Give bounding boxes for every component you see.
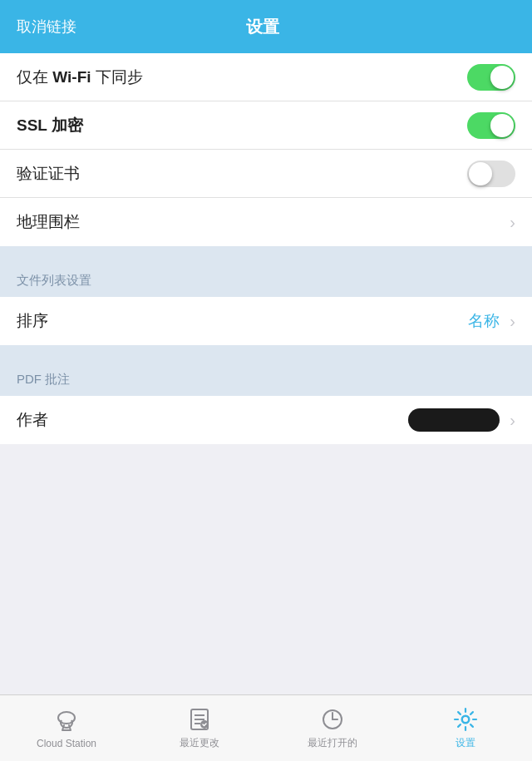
ssl-label: SSL 加密 [17,115,467,136]
geofence-label: 地理围栏 [17,211,506,233]
chevron-right-icon: › [510,312,515,331]
chevron-right-icon: › [510,411,515,430]
file-list-section: 排序 名称 › [0,297,532,345]
cert-toggle[interactable] [467,161,515,187]
wifi-sync-label: 仅在 Wi-Fi 下同步 [17,67,467,88]
tab-settings-label: 设置 [456,736,475,750]
author-row[interactable]: 作者 › [0,396,532,444]
cert-row[interactable]: 验证证书 [0,150,532,198]
settings-icon [452,706,479,733]
cancel-button[interactable]: 取消链接 [17,17,76,37]
sort-label: 排序 [17,310,468,332]
header: 取消链接 设置 [0,0,532,53]
toggle-knob [490,114,514,137]
author-label: 作者 [17,409,408,431]
cloud-station-icon [53,708,80,734]
section-gap-2 [0,345,532,363]
file-list-section-header: 文件列表设置 [0,264,532,297]
tab-cloud-station[interactable]: Cloud Station [0,695,133,761]
author-value-redacted [408,408,500,432]
tab-bar: Cloud Station 最近更改 最近打开的 [0,694,532,761]
pdf-section: 作者 › [0,396,532,444]
recent-changes-icon [186,706,213,733]
wifi-sync-toggle[interactable] [467,64,515,91]
sort-value: 名称 [468,310,500,332]
tab-settings[interactable]: 设置 [399,695,532,761]
svg-line-17 [458,724,461,727]
tab-recent-opened-label: 最近打开的 [308,736,357,750]
main-settings-section: 仅在 Wi-Fi 下同步 SSL 加密 验证证书 地理围栏 › [0,53,532,246]
tab-recent-opened[interactable]: 最近打开的 [266,695,399,761]
ssl-toggle[interactable] [467,112,515,139]
pdf-section-header: PDF 批注 [0,363,532,396]
wifi-sync-row[interactable]: 仅在 Wi-Fi 下同步 [0,53,532,101]
ssl-row[interactable]: SSL 加密 [0,101,532,150]
tab-cloud-station-label: Cloud Station [37,738,96,749]
svg-line-14 [458,712,461,714]
page-title: 设置 [246,16,279,38]
sort-row[interactable]: 排序 名称 › [0,297,532,345]
svg-line-16 [470,712,473,714]
recent-opened-icon [319,706,346,733]
tab-recent-changes-label: 最近更改 [180,736,219,750]
section-gap-1 [0,246,532,264]
chevron-right-icon: › [510,213,515,232]
cert-label: 验证证书 [17,163,467,185]
svg-line-15 [470,724,473,727]
tab-recent-changes[interactable]: 最近更改 [133,695,266,761]
toggle-knob [469,162,492,185]
toggle-knob [490,66,514,89]
geofence-row[interactable]: 地理围栏 › [0,198,532,246]
